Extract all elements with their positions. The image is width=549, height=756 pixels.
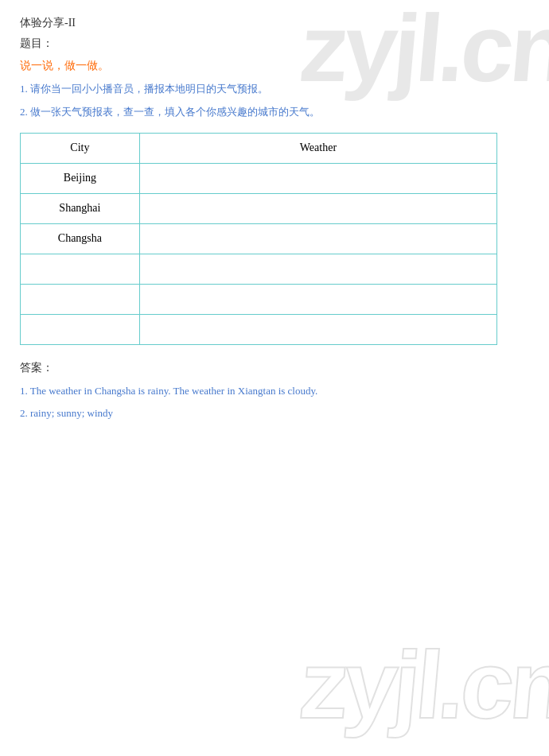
task-1-text: 请你当一回小小播音员，播报本地明日的天气预报。 <box>30 83 268 95</box>
weather-cell-1 <box>139 193 496 223</box>
answer-2-text: rainy; sunny; windy <box>30 407 113 419</box>
weather-cell-2 <box>139 223 496 254</box>
weather-cell-3 <box>139 254 496 284</box>
table-row: Beijing <box>21 163 497 193</box>
city-cell-3 <box>21 254 140 284</box>
weather-cell-0 <box>139 163 496 193</box>
col-header-weather: Weather <box>139 133 496 163</box>
city-cell-1: Shanghai <box>21 193 140 223</box>
answer-item-2: 2. rainy; sunny; windy <box>20 405 529 422</box>
table-header-row: City Weather <box>21 133 497 163</box>
instruction: 说一说，做一做。 <box>20 59 529 73</box>
task-2-number: 2. <box>20 106 28 118</box>
answer-1-text: The weather in Changsha is rainy. The we… <box>30 385 318 397</box>
city-cell-0: Beijing <box>21 163 140 193</box>
table-row <box>21 284 497 314</box>
answer-section: 答案： 1. The weather in Changsha is rainy.… <box>20 361 529 423</box>
table-row <box>21 254 497 284</box>
weather-table: City Weather BeijingShanghaiChangsha <box>20 133 497 345</box>
answer-label: 答案： <box>20 361 529 375</box>
table-row: Changsha <box>21 223 497 254</box>
section-title: 体验分享-II <box>20 16 529 30</box>
task-1: 1. 请你当一回小小播音员，播报本地明日的天气预报。 <box>20 81 529 98</box>
table-row: Shanghai <box>21 193 497 223</box>
city-cell-2: Changsha <box>21 223 140 254</box>
page-content: 体验分享-II 题目： 说一说，做一做。 1. 请你当一回小小播音员，播报本地明… <box>0 0 549 444</box>
city-cell-4 <box>21 284 140 314</box>
answer-1-number: 1. <box>20 385 28 397</box>
task-2-text: 做一张天气预报表，查一查，填入各个你感兴趣的城市的天气。 <box>30 106 320 118</box>
weather-cell-5 <box>139 314 496 344</box>
task-2: 2. 做一张天气预报表，查一查，填入各个你感兴趣的城市的天气。 <box>20 104 529 121</box>
topic-label: 题目： <box>20 37 529 51</box>
task-1-number: 1. <box>20 83 28 95</box>
weather-cell-4 <box>139 284 496 314</box>
answer-item-1: 1. The weather in Changsha is rainy. The… <box>20 383 529 400</box>
watermark-bottom: zyjl.cn <box>297 637 549 732</box>
answer-2-number: 2. <box>20 407 28 419</box>
city-cell-5 <box>21 314 140 344</box>
table-row <box>21 314 497 344</box>
col-header-city: City <box>21 133 140 163</box>
